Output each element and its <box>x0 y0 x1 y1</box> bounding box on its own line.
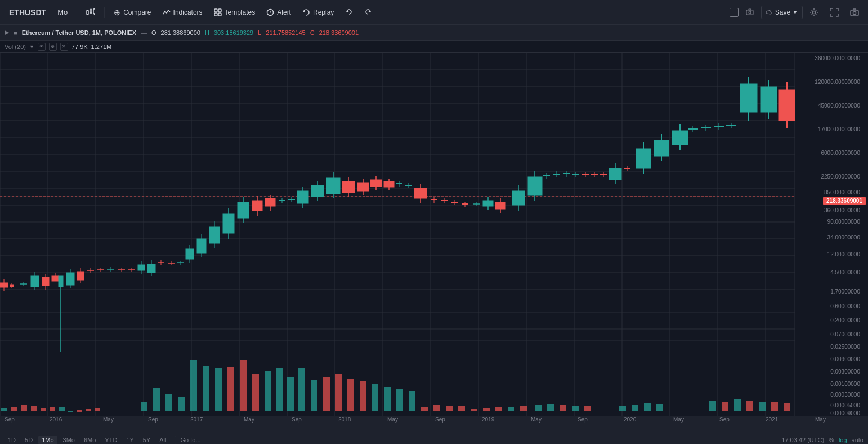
price-label-0.2: 0.20000000 <box>830 317 863 323</box>
time-label-may16: May <box>103 416 114 423</box>
fullscreen-btn[interactable] <box>825 6 843 19</box>
auto-toggle[interactable]: auto <box>852 437 863 443</box>
svg-rect-69 <box>68 411 73 412</box>
svg-rect-236 <box>512 191 525 205</box>
svg-rect-179 <box>238 202 249 218</box>
log-toggle[interactable]: log <box>839 437 847 443</box>
svg-rect-87 <box>311 380 317 411</box>
toggle-icon: ▶ <box>5 29 9 36</box>
camera-btn[interactable] <box>845 6 863 19</box>
svg-rect-135 <box>52 276 59 281</box>
vol-close-btn[interactable]: ✕ <box>60 43 68 51</box>
price-label-6k: 6000.00000000 <box>821 150 863 156</box>
svg-rect-210 <box>384 181 394 187</box>
btn-goto[interactable]: Go to... <box>175 436 204 445</box>
current-price-label: 218.33609001 <box>823 197 866 205</box>
btn-6mo[interactable]: 6Mo <box>80 436 99 445</box>
svg-rect-80 <box>227 367 234 411</box>
time-label-may18: May <box>387 416 398 423</box>
templates-btn[interactable]: Templates <box>209 6 260 19</box>
svg-rect-63 <box>11 407 17 411</box>
save-btn[interactable]: Save ▼ <box>761 6 803 19</box>
redo-icon <box>364 8 372 16</box>
svg-rect-113 <box>656 404 663 411</box>
svg-rect-173 <box>209 227 220 243</box>
vol-eye-btn[interactable]: 👁 <box>38 43 46 51</box>
svg-rect-86 <box>298 368 305 411</box>
svg-rect-73 <box>141 402 147 411</box>
price-label-0.0003: 0.00030000 <box>830 392 863 398</box>
svg-rect-10 <box>218 9 221 12</box>
svg-rect-256 <box>609 168 621 180</box>
undo-btn[interactable] <box>341 6 357 19</box>
btn-5y[interactable]: 5Y <box>140 436 154 445</box>
svg-rect-267 <box>672 131 688 145</box>
svg-rect-6 <box>93 9 95 14</box>
alert-icon <box>266 8 274 16</box>
svg-rect-155 <box>138 265 145 270</box>
main-toolbar: ETHUSDT Mo ⊕ Compare Indicators <box>0 0 868 25</box>
price-axis: 360000.00000000 120000.00000000 45000.00… <box>795 53 868 416</box>
svg-rect-109 <box>584 406 591 411</box>
time-label-sep18: Sep <box>435 416 445 423</box>
btn-1d[interactable]: 1D <box>5 436 19 445</box>
snapshot-btn[interactable] <box>741 6 759 19</box>
svg-rect-71 <box>86 409 91 411</box>
svg-rect-21 <box>749 9 751 10</box>
price-label-0.009: 0.00900000 <box>830 356 863 362</box>
price-label-850: 850.00000000 <box>824 189 863 196</box>
vol-settings-btn[interactable]: ⚙ <box>49 43 57 51</box>
svg-rect-204 <box>357 183 369 191</box>
indicators-label: Indicators <box>173 8 203 16</box>
open-value: 281.38869000 <box>161 29 200 36</box>
btn-1y[interactable]: 1Y <box>123 436 137 445</box>
vol-toggle: ▼ <box>29 44 34 50</box>
close-label: C <box>310 29 315 36</box>
svg-point-24 <box>853 11 856 14</box>
time-label-sep20: Sep <box>719 416 730 423</box>
replay-btn[interactable]: Replay <box>298 6 338 19</box>
redo-btn[interactable] <box>360 6 377 19</box>
price-label-12: 12.00000000 <box>827 251 863 257</box>
svg-rect-261 <box>636 149 651 168</box>
btn-ytd[interactable]: YTD <box>101 436 120 445</box>
templates-label: Templates <box>225 8 256 16</box>
time-label-sep17: Sep <box>292 416 302 423</box>
svg-rect-68 <box>59 407 65 411</box>
svg-rect-79 <box>215 368 222 411</box>
compare-btn[interactable]: ⊕ Compare <box>109 6 155 19</box>
svg-rect-115 <box>722 402 728 411</box>
svg-rect-121 <box>0 283 8 287</box>
btn-1mo[interactable]: 1Mo <box>38 436 57 445</box>
symbol-label[interactable]: ETHUSDT <box>5 8 51 17</box>
layout-icon[interactable] <box>730 8 739 17</box>
chart-type-icon <box>86 8 95 17</box>
svg-rect-91 <box>360 381 366 411</box>
svg-rect-9 <box>214 9 217 12</box>
svg-rect-176 <box>223 214 234 233</box>
svg-rect-230 <box>483 201 493 206</box>
toolbar-right: Save ▼ <box>730 6 863 19</box>
timeframe-selector[interactable]: Mo <box>53 6 72 19</box>
btn-5d[interactable]: 5D <box>21 436 36 445</box>
svg-rect-99 <box>458 406 465 411</box>
svg-rect-94 <box>396 389 403 411</box>
svg-rect-107 <box>560 405 566 411</box>
btn-3mo[interactable]: 3Mo <box>60 436 78 445</box>
indicators-btn[interactable]: Indicators <box>158 6 207 19</box>
time-label-2016: 2016 <box>50 416 62 423</box>
chart-type-btn[interactable] <box>82 6 100 19</box>
svg-rect-138 <box>59 276 63 287</box>
chart-canvas[interactable] <box>0 53 795 416</box>
svg-rect-132 <box>42 277 49 286</box>
percent-toggle[interactable]: % <box>829 437 834 443</box>
alert-btn[interactable]: Alert <box>262 6 296 19</box>
svg-rect-102 <box>495 407 502 411</box>
btn-all[interactable]: All <box>156 436 169 445</box>
svg-rect-108 <box>572 406 579 411</box>
settings-btn[interactable] <box>805 6 823 19</box>
low-value: 211.75852145 <box>266 29 305 36</box>
time-label-sep15: Sep <box>5 416 15 423</box>
svg-rect-83 <box>265 371 271 411</box>
svg-rect-167 <box>186 249 194 259</box>
